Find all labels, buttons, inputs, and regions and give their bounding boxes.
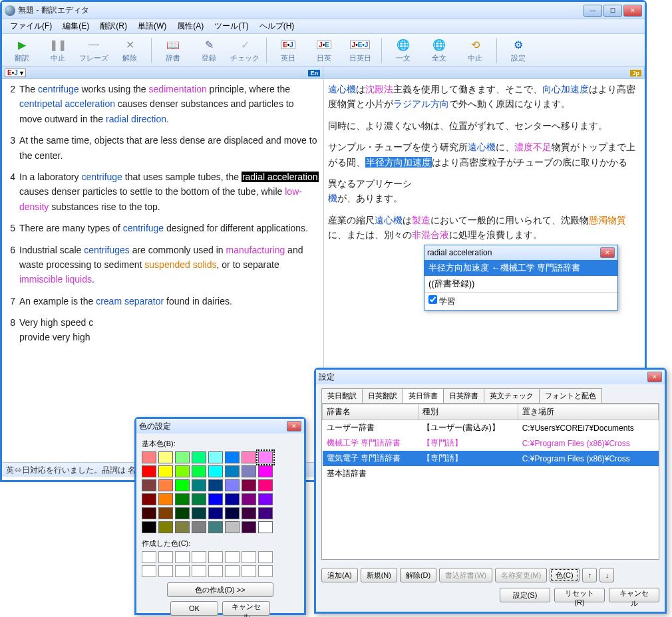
menu-item[interactable]: 編集(E): [57, 19, 94, 33]
term[interactable]: 沈殿法: [365, 84, 393, 94]
toolbar-日英[interactable]: J•E日英: [308, 35, 340, 66]
segment-row[interactable]: 同時に、より濃くない物は、位置がずれて、センターへ移ります。: [328, 118, 641, 133]
segment-text[interactable]: サンプル・チューブを使う研究所遠心機に、濃度不足物質がトップまで上がる間、半径方…: [328, 140, 641, 170]
term[interactable]: 遠心機: [468, 142, 496, 152]
color-swatch[interactable]: [258, 521, 273, 533]
segment-row[interactable]: 3At the same time, objects that are less…: [6, 133, 319, 163]
settings-action-button[interactable]: 色(C): [550, 568, 579, 582]
toolbar-全文[interactable]: 🌐全文: [423, 35, 455, 66]
color-swatch[interactable]: [192, 479, 206, 491]
color-swatch[interactable]: [175, 479, 190, 491]
term[interactable]: ラジアル方向: [393, 98, 449, 109]
segment-text[interactable]: 異なるアプリケーシ機が、あります。: [328, 176, 641, 206]
color-swatch[interactable]: [208, 493, 223, 505]
segment-row[interactable]: 7An example is the cream separator found…: [6, 294, 319, 308]
color-swatch[interactable]: [175, 507, 190, 519]
segment-row[interactable]: 8Very high speed cprovide very high: [6, 315, 319, 345]
settings-action-button[interactable]: 解除(D): [400, 568, 436, 582]
color-swatch[interactable]: [142, 465, 156, 477]
segment-text[interactable]: An example is the cream separator found …: [19, 294, 319, 308]
term[interactable]: 向心加速度: [542, 84, 589, 94]
close-button[interactable]: ✕: [623, 5, 642, 17]
dict-row[interactable]: 機械工学 専門語辞書【専門語】C:¥Program Files (x86)¥Cr…: [323, 435, 659, 451]
color-dialog-close-button[interactable]: ✕: [287, 421, 301, 432]
toolbar-フレーズ[interactable]: —フレーズ: [78, 35, 110, 66]
segment-text[interactable]: There are many types of centrifuge desig…: [19, 221, 319, 235]
color-swatch[interactable]: [225, 479, 240, 491]
tooltip-translation[interactable]: 半径方向加速度 ←機械工学 専門語辞書: [424, 260, 617, 276]
learn-checkbox[interactable]: 学習: [428, 297, 455, 306]
custom-color-swatch[interactable]: [175, 551, 190, 563]
custom-color-swatch[interactable]: [142, 551, 156, 563]
segment-row[interactable]: 産業の縮尺遠心機は製造において一般的に用いられて、沈殿物懸濁物質に、または、別々…: [328, 213, 641, 243]
maximize-button[interactable]: ☐: [603, 5, 622, 17]
source-column[interactable]: 2The centrifuge works using the sediment…: [2, 79, 324, 462]
color-swatch[interactable]: [208, 521, 223, 533]
color-swatch[interactable]: [208, 451, 223, 463]
cancel-button[interactable]: キャンセル: [222, 601, 270, 616]
term[interactable]: 濃度不足: [514, 142, 552, 152]
segment-row[interactable]: 遠心機は沈殿法主義を使用して働きます、そこで、向心加速度はより高密度物質と小片が…: [328, 82, 641, 112]
color-swatch[interactable]: [258, 493, 273, 505]
color-swatch[interactable]: [175, 451, 190, 463]
settings-action-button[interactable]: 新規(N): [361, 568, 397, 582]
color-swatch[interactable]: [142, 479, 156, 491]
dict-row[interactable]: ユーザー辞書【ユーザー(書込み)】C:¥Users¥COREi7¥Documen…: [323, 420, 659, 436]
term[interactable]: 遠心機: [328, 84, 356, 94]
segment-row[interactable]: サンプル・チューブを使う研究所遠心機に、濃度不足物質がトップまで上がる間、半径方…: [328, 140, 641, 170]
segment-text[interactable]: 産業の縮尺遠心機は製造において一般的に用いられて、沈殿物懸濁物質に、または、別々…: [328, 213, 641, 243]
color-swatch[interactable]: [242, 465, 256, 477]
color-swatch[interactable]: [142, 493, 156, 505]
color-swatch[interactable]: [192, 521, 206, 533]
menu-item[interactable]: ヘルプ(H): [254, 19, 300, 33]
tooltip-close-button[interactable]: ✕: [600, 247, 615, 258]
color-swatch[interactable]: [258, 479, 273, 491]
segment-row[interactable]: 4In a laboratory centrifuge that uses sa…: [6, 170, 319, 214]
color-swatch[interactable]: [158, 521, 173, 533]
dict-col-header[interactable]: 種別: [419, 404, 518, 420]
term[interactable]: manufacturing: [226, 245, 285, 255]
custom-color-swatch[interactable]: [158, 565, 173, 577]
custom-color-swatch[interactable]: [142, 565, 156, 577]
settings-bottom-button[interactable]: リセット(R): [554, 588, 605, 602]
custom-color-swatch[interactable]: [192, 551, 206, 563]
toolbar-辞書[interactable]: 📖辞書: [157, 35, 189, 66]
segment-text[interactable]: At the same time, objects that are less …: [19, 133, 319, 163]
ej-badge[interactable]: E•J ▾: [5, 68, 26, 77]
term[interactable]: immiscible liquids: [19, 274, 92, 285]
dict-row[interactable]: 電気電子 専門語辞書【専門語】C:¥Program Files (x86)¥Cr…: [323, 451, 659, 466]
color-swatch[interactable]: [208, 465, 223, 477]
custom-color-swatch[interactable]: [225, 551, 240, 563]
dict-row[interactable]: 基本語辞書: [323, 466, 659, 481]
toolbar-登録[interactable]: ✎登録: [193, 35, 225, 66]
term[interactable]: 機: [328, 193, 337, 203]
color-swatch[interactable]: [242, 479, 256, 491]
color-swatch[interactable]: [208, 479, 223, 491]
settings-tab[interactable]: フォントと配色: [539, 388, 602, 403]
custom-color-swatch[interactable]: [225, 565, 240, 577]
custom-color-swatch[interactable]: [242, 551, 256, 563]
term[interactable]: centrifuge: [123, 223, 164, 233]
minimize-button[interactable]: —: [584, 5, 602, 17]
color-swatch[interactable]: [242, 451, 256, 463]
color-swatch[interactable]: [192, 465, 206, 477]
segment-text[interactable]: Industrial scale centrifuges are commonl…: [19, 243, 319, 287]
segment-text[interactable]: 同時に、より濃くない物は、位置がずれて、センターへ移ります。: [328, 118, 641, 133]
color-swatch[interactable]: [158, 493, 173, 505]
menu-item[interactable]: ツール(T): [209, 19, 253, 33]
move-up-button[interactable]: ↑: [582, 568, 597, 582]
menu-item[interactable]: 属性(A): [172, 19, 209, 33]
custom-color-swatch[interactable]: [258, 551, 273, 563]
color-swatch[interactable]: [175, 493, 190, 505]
settings-tab[interactable]: 英日辞書: [403, 388, 444, 403]
settings-tab[interactable]: 日英翻訳: [362, 388, 403, 403]
menu-item[interactable]: 翻訳(R): [94, 19, 132, 33]
color-swatch[interactable]: [142, 521, 156, 533]
custom-color-swatch[interactable]: [175, 565, 190, 577]
segment-row[interactable]: 異なるアプリケーシ機が、あります。: [328, 176, 641, 206]
color-swatch[interactable]: [175, 465, 190, 477]
segment-text[interactable]: The centrifuge works using the sedimenta…: [19, 82, 319, 126]
term[interactable]: centrifuge: [81, 172, 122, 182]
term[interactable]: 半径方向加速度: [365, 157, 432, 168]
toolbar-中止[interactable]: ❚❚中止: [42, 35, 74, 66]
